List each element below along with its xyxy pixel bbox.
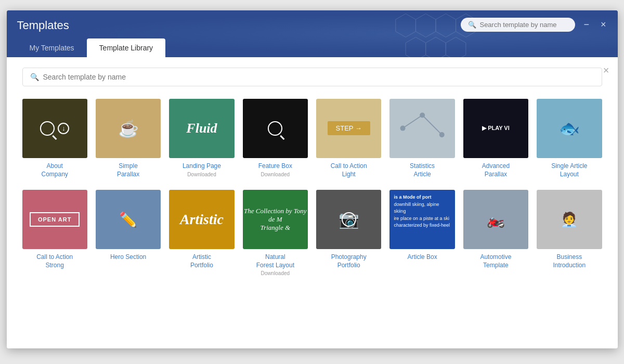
template-item-simple-parallax[interactable]: ☕ Simple Parallax xyxy=(96,99,161,179)
thumb-single-article: 🐟 xyxy=(537,99,602,158)
header-search-box[interactable]: 🔍 xyxy=(461,18,575,32)
body-search-icon: 🔍 xyxy=(30,73,39,81)
template-item-automotive[interactable]: 🏍️ Automotive Template xyxy=(463,190,528,276)
fluid-text: Fluid xyxy=(186,121,217,136)
svg-point-11 xyxy=(439,132,445,137)
template-name-natural-forest: Natural Forest Layout xyxy=(256,253,294,269)
thumb-artistic: Artistic xyxy=(169,190,234,249)
tab-template-library[interactable]: Template Library xyxy=(87,38,166,57)
modal-body: × 🔍 ↓ About Company ☕ Simple Parallax xyxy=(7,57,618,348)
template-item-landing-page[interactable]: Fluid Landing Page Downloaded xyxy=(169,99,234,179)
template-name-advanced-parallax: Advanced Parallax xyxy=(482,162,510,178)
search-icon xyxy=(40,121,55,136)
template-name-statistics: Statistics Article xyxy=(410,162,435,178)
template-name-automotive: Automotive Template xyxy=(480,253,511,269)
template-name-landing-page: Landing Page xyxy=(183,162,221,171)
header-search-input[interactable] xyxy=(479,21,568,29)
thumb-natural-forest: The Collection by Tony de MTriangle & xyxy=(243,190,308,249)
thumb-cta-light: STEP → xyxy=(316,99,381,158)
template-name-single-article: Single Article Layout xyxy=(551,162,587,178)
template-name-article-box: Article Box xyxy=(407,253,437,262)
artistic-text: Artistic xyxy=(180,211,224,228)
template-item-cta-light[interactable]: STEP → Call to Action Light xyxy=(316,99,381,179)
tab-my-templates[interactable]: My Templates xyxy=(17,38,87,57)
thumb-feature-box xyxy=(243,99,308,158)
header-search-icon: 🔍 xyxy=(468,21,476,29)
template-name-simple-parallax: Simple Parallax xyxy=(117,162,139,178)
template-item-article-box[interactable]: is a Mode of port downhill skiing, alpin… xyxy=(389,190,454,276)
thumb-landing-page: Fluid xyxy=(169,99,234,158)
template-name-business-intro: Business Introduction xyxy=(553,253,586,269)
template-name-cta-strong: Call to Action Strong xyxy=(36,253,73,269)
template-item-about-company[interactable]: ↓ About Company xyxy=(22,99,87,179)
template-grid: ↓ About Company ☕ Simple Parallax Fluid … xyxy=(22,99,602,276)
stat-lines-graphic xyxy=(389,99,454,158)
template-item-cta-strong[interactable]: OPEN ART Call to Action Strong xyxy=(22,190,87,276)
template-name-hero-section: Hero Section xyxy=(110,253,146,262)
templates-modal: Templates 🔍 − × My Templates Template Li… xyxy=(7,10,618,348)
step-button-preview: STEP → xyxy=(328,121,370,135)
thumb-photography: 📷 xyxy=(316,190,381,249)
thumb-cta-strong: OPEN ART xyxy=(22,190,87,249)
coffee-image: ☕ xyxy=(96,99,161,158)
thumb-about-company: ↓ xyxy=(22,99,87,158)
svg-marker-6 xyxy=(446,37,466,57)
search-icon-feature xyxy=(268,121,282,136)
thumb-simple-parallax: ☕ xyxy=(96,99,161,158)
template-item-statistics[interactable]: Statistics Article xyxy=(389,99,454,179)
close-button-header[interactable]: × xyxy=(597,18,609,31)
svg-point-9 xyxy=(420,113,425,118)
template-item-artistic[interactable]: Artistic Artistic Portfolio xyxy=(169,190,234,276)
thumb-automotive: 🏍️ xyxy=(463,190,528,249)
thumb-advanced-parallax: ▶ PLAY VI xyxy=(463,99,528,158)
tab-bar: My Templates Template Library xyxy=(17,38,607,57)
template-badge-natural-forest: Downloaded xyxy=(261,270,290,276)
close-button-body[interactable]: × xyxy=(603,64,609,76)
svg-marker-1 xyxy=(415,14,436,37)
svg-marker-0 xyxy=(395,14,415,37)
thumb-business-intro: 🧑‍💼 xyxy=(537,190,602,249)
business-image: 🧑‍💼 xyxy=(537,190,602,249)
template-item-advanced-parallax[interactable]: ▶ PLAY VI Advanced Parallax xyxy=(463,99,528,179)
template-item-hero-section[interactable]: ✏️ Hero Section xyxy=(96,190,161,276)
hero-image: ✏️ xyxy=(96,190,161,249)
template-badge-feature-box: Downloaded xyxy=(261,172,290,177)
search-overlay-icon xyxy=(342,212,356,227)
svg-line-7 xyxy=(402,115,422,128)
template-item-business-intro[interactable]: 🧑‍💼 Business Introduction xyxy=(537,190,602,276)
header-controls: 🔍 − × xyxy=(461,18,609,32)
template-item-single-article[interactable]: 🐟 Single Article Layout xyxy=(537,99,602,179)
svg-marker-5 xyxy=(425,37,446,57)
natural-text: The Collection by Tony de MTriangle & xyxy=(243,207,308,232)
thumb-article-box: is a Mode of port downhill skiing, alpin… xyxy=(389,190,454,249)
body-search-input[interactable] xyxy=(43,73,594,81)
template-item-feature-box[interactable]: Feature Box Downloaded xyxy=(243,99,308,179)
template-name-photography: Photography Portfolio xyxy=(331,253,367,269)
thumb-statistics xyxy=(389,99,454,158)
template-item-natural-forest[interactable]: The Collection by Tony de MTriangle & Na… xyxy=(243,190,308,276)
template-name-artistic: Artistic Portfolio xyxy=(190,253,213,269)
body-search-box[interactable]: 🔍 xyxy=(22,68,602,86)
thumb-hero-section: ✏️ xyxy=(96,190,161,249)
open-art-button-preview: OPEN ART xyxy=(30,212,80,227)
svg-marker-2 xyxy=(436,14,456,37)
moto-image: 🏍️ xyxy=(463,190,528,249)
template-name-about-company: About Company xyxy=(42,162,68,178)
template-item-photography[interactable]: 📷 Photography Portfolio xyxy=(316,190,381,276)
camera-image: 📷 xyxy=(316,190,381,249)
minimize-button[interactable]: − xyxy=(580,18,592,31)
play-overlay: ▶ PLAY VI xyxy=(463,99,528,158)
fish-image: 🐟 xyxy=(537,99,602,158)
template-name-feature-box: Feature Box xyxy=(258,162,292,171)
svg-marker-4 xyxy=(406,37,426,57)
svg-point-10 xyxy=(400,126,405,131)
modal-header: Templates 🔍 − × My Templates Template Li… xyxy=(7,10,618,57)
template-name-cta-light: Call to Action Light xyxy=(331,162,367,178)
article-box-text: is a Mode of port downhill skiing, alpin… xyxy=(394,194,450,229)
svg-line-8 xyxy=(422,115,442,135)
download-icon: ↓ xyxy=(58,123,69,134)
template-badge-landing-page: Downloaded xyxy=(187,172,216,177)
